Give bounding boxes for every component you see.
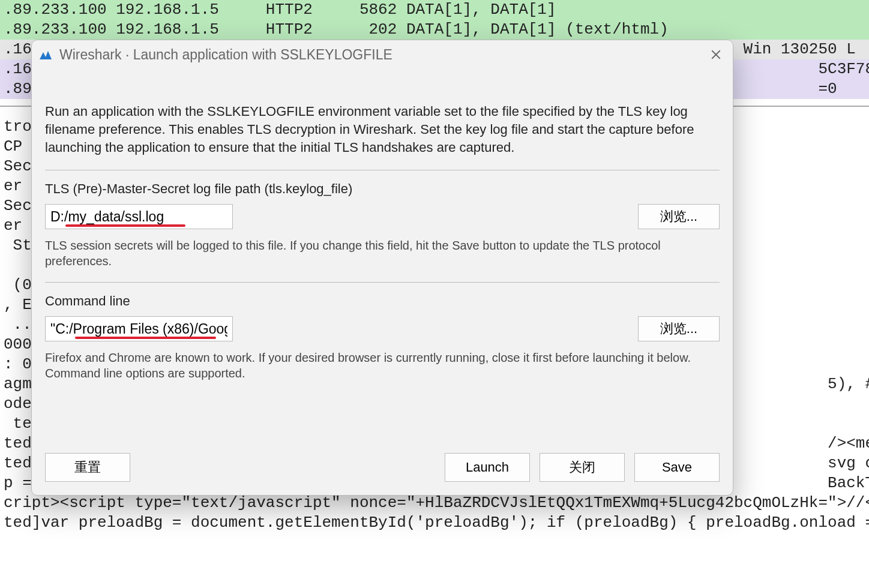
wireshark-icon <box>38 47 53 62</box>
sslkeylogfile-dialog: Wireshark · Launch application with SSLK… <box>31 40 733 496</box>
dialog-description: Run an application with the SSLKEYLOGFIL… <box>45 103 720 157</box>
close-icon[interactable] <box>704 43 728 67</box>
command-hint: Firefox and Chrome are known to work. If… <box>45 350 720 381</box>
separator <box>45 282 720 283</box>
tls-browse-button[interactable]: 浏览... <box>638 204 720 229</box>
tls-path-label: TLS (Pre)-Master-Secret log file path (t… <box>45 181 720 197</box>
launch-button[interactable]: Launch <box>445 453 530 482</box>
separator <box>45 170 720 170</box>
dialog-titlebar[interactable]: Wireshark · Launch application with SSLK… <box>32 40 733 69</box>
command-line-label: Command line <box>45 293 720 309</box>
reset-button[interactable]: 重置 <box>45 453 130 482</box>
packet-row[interactable]: .89.233.100 192.168.1.5 HTTP2 202 DATA[1… <box>0 20 869 40</box>
dialog-title: Wireshark · Launch application with SSLK… <box>59 47 704 63</box>
tls-path-input[interactable] <box>45 204 233 229</box>
packet-row[interactable]: .89.233.100 192.168.1.5 HTTP2 5862 DATA[… <box>0 0 869 20</box>
detail-line: cript><script type="text/javascript" non… <box>0 493 869 513</box>
command-line-input[interactable] <box>45 316 233 341</box>
command-browse-button[interactable]: 浏览... <box>638 316 720 341</box>
tls-hint: TLS session secrets will be logged to th… <box>45 238 720 269</box>
close-button[interactable]: 关闭 <box>540 453 625 482</box>
detail-line: ted]var preloadBg = document.getElementB… <box>0 513 869 533</box>
save-button[interactable]: Save <box>634 453 720 482</box>
